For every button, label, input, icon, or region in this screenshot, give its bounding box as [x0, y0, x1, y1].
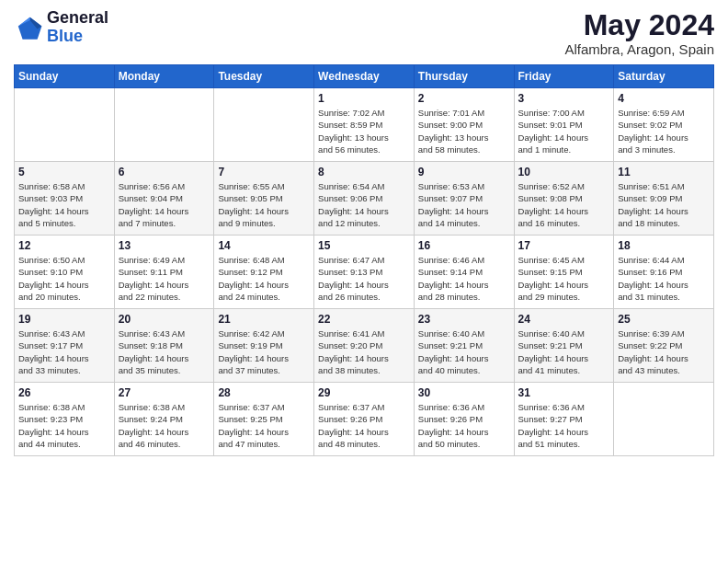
calendar-week: 12Sunrise: 6:50 AM Sunset: 9:10 PM Dayli… [15, 236, 714, 309]
day-number: 13 [119, 239, 210, 252]
day-number: 10 [518, 166, 610, 178]
logo-line1: General [47, 9, 108, 28]
calendar-cell: 26Sunrise: 6:38 AM Sunset: 9:23 PM Dayli… [15, 383, 115, 456]
day-number: 6 [119, 166, 210, 178]
day-info: Sunrise: 6:42 AM Sunset: 9:19 PM Dayligh… [218, 327, 310, 376]
weekday-header: Thursday [414, 65, 514, 88]
header-row: SundayMondayTuesdayWednesdayThursdayFrid… [15, 65, 714, 88]
day-info: Sunrise: 6:41 AM Sunset: 9:20 PM Dayligh… [318, 327, 410, 376]
calendar-cell: 2Sunrise: 7:01 AM Sunset: 9:00 PM Daylig… [414, 88, 514, 162]
calendar-cell: 24Sunrise: 6:40 AM Sunset: 9:21 PM Dayli… [514, 309, 614, 383]
day-info: Sunrise: 6:43 AM Sunset: 9:17 PM Dayligh… [18, 327, 110, 376]
day-number: 8 [318, 166, 410, 178]
calendar-cell: 1Sunrise: 7:02 AM Sunset: 8:59 PM Daylig… [314, 88, 415, 162]
weekday-header: Friday [514, 65, 614, 88]
day-info: Sunrise: 7:02 AM Sunset: 8:59 PM Dayligh… [318, 107, 410, 155]
calendar-cell: 22Sunrise: 6:41 AM Sunset: 9:20 PM Dayli… [314, 309, 415, 383]
weekday-header: Wednesday [314, 65, 415, 88]
day-info: Sunrise: 6:39 AM Sunset: 9:22 PM Dayligh… [618, 327, 710, 376]
calendar-cell: 27Sunrise: 6:38 AM Sunset: 9:24 PM Dayli… [114, 383, 214, 456]
day-info: Sunrise: 6:43 AM Sunset: 9:18 PM Dayligh… [119, 327, 210, 376]
calendar-table: SundayMondayTuesdayWednesdayThursdayFrid… [14, 64, 714, 456]
calendar-cell: 21Sunrise: 6:42 AM Sunset: 9:19 PM Dayli… [214, 309, 314, 383]
calendar-cell: 30Sunrise: 6:36 AM Sunset: 9:26 PM Dayli… [414, 383, 514, 456]
day-number: 18 [618, 239, 710, 252]
calendar-cell: 15Sunrise: 6:47 AM Sunset: 9:13 PM Dayli… [314, 236, 415, 309]
calendar-week: 19Sunrise: 6:43 AM Sunset: 9:17 PM Dayli… [15, 309, 714, 383]
day-info: Sunrise: 6:50 AM Sunset: 9:10 PM Dayligh… [18, 254, 110, 303]
calendar-cell: 14Sunrise: 6:48 AM Sunset: 9:12 PM Dayli… [214, 236, 314, 309]
day-number: 14 [218, 239, 310, 252]
day-number: 2 [418, 92, 510, 105]
day-number: 26 [18, 386, 110, 399]
calendar-week: 26Sunrise: 6:38 AM Sunset: 9:23 PM Dayli… [15, 383, 714, 456]
day-info: Sunrise: 7:01 AM Sunset: 9:00 PM Dayligh… [418, 107, 510, 155]
calendar-cell: 10Sunrise: 6:52 AM Sunset: 9:08 PM Dayli… [514, 162, 614, 236]
day-number: 29 [318, 386, 410, 399]
day-number: 17 [518, 239, 610, 252]
weekday-header: Saturday [614, 65, 714, 88]
day-info: Sunrise: 6:38 AM Sunset: 9:23 PM Dayligh… [18, 401, 110, 450]
day-number: 4 [618, 92, 710, 105]
day-info: Sunrise: 6:47 AM Sunset: 9:13 PM Dayligh… [318, 254, 410, 303]
day-info: Sunrise: 6:36 AM Sunset: 9:27 PM Dayligh… [518, 401, 610, 450]
day-number: 3 [518, 92, 610, 105]
day-number: 30 [418, 386, 510, 399]
weekday-header: Monday [114, 65, 214, 88]
day-info: Sunrise: 6:59 AM Sunset: 9:02 PM Dayligh… [618, 107, 710, 155]
day-info: Sunrise: 6:46 AM Sunset: 9:14 PM Dayligh… [418, 254, 510, 303]
day-info: Sunrise: 6:49 AM Sunset: 9:11 PM Dayligh… [119, 254, 210, 303]
day-number: 11 [618, 166, 710, 178]
calendar-cell: 3Sunrise: 7:00 AM Sunset: 9:01 PM Daylig… [514, 88, 614, 162]
weekday-header: Tuesday [214, 65, 314, 88]
day-info: Sunrise: 6:54 AM Sunset: 9:06 PM Dayligh… [318, 180, 410, 229]
day-info: Sunrise: 6:51 AM Sunset: 9:09 PM Dayligh… [618, 180, 710, 229]
day-info: Sunrise: 6:40 AM Sunset: 9:21 PM Dayligh… [518, 327, 610, 376]
calendar-cell: 8Sunrise: 6:54 AM Sunset: 9:06 PM Daylig… [314, 162, 415, 236]
calendar-cell: 17Sunrise: 6:45 AM Sunset: 9:15 PM Dayli… [514, 236, 614, 309]
calendar-cell: 6Sunrise: 6:56 AM Sunset: 9:04 PM Daylig… [114, 162, 214, 236]
calendar-cell: 11Sunrise: 6:51 AM Sunset: 9:09 PM Dayli… [614, 162, 714, 236]
day-number: 19 [18, 313, 110, 326]
day-number: 25 [618, 313, 710, 326]
calendar-cell: 12Sunrise: 6:50 AM Sunset: 9:10 PM Dayli… [15, 236, 115, 309]
calendar-cell: 20Sunrise: 6:43 AM Sunset: 9:18 PM Dayli… [114, 309, 214, 383]
day-number: 9 [418, 166, 510, 178]
day-number: 28 [218, 386, 310, 399]
title-block: May 2024 Alfambra, Aragon, Spain [564, 9, 714, 57]
calendar-cell: 31Sunrise: 6:36 AM Sunset: 9:27 PM Dayli… [514, 383, 614, 456]
calendar-week: 5Sunrise: 6:58 AM Sunset: 9:03 PM Daylig… [15, 162, 714, 236]
day-info: Sunrise: 6:53 AM Sunset: 9:07 PM Dayligh… [418, 180, 510, 229]
page: General Blue May 2024 Alfambra, Aragon, … [0, 0, 728, 563]
logo-line2: Blue [47, 28, 108, 46]
calendar-cell [114, 88, 214, 162]
calendar-cell: 23Sunrise: 6:40 AM Sunset: 9:21 PM Dayli… [414, 309, 514, 383]
month-title: May 2024 [564, 9, 714, 41]
day-info: Sunrise: 7:00 AM Sunset: 9:01 PM Dayligh… [518, 107, 610, 155]
header: General Blue May 2024 Alfambra, Aragon, … [14, 9, 714, 57]
calendar-cell: 13Sunrise: 6:49 AM Sunset: 9:11 PM Dayli… [114, 236, 214, 309]
calendar-cell: 16Sunrise: 6:46 AM Sunset: 9:14 PM Dayli… [414, 236, 514, 309]
calendar-cell: 29Sunrise: 6:37 AM Sunset: 9:26 PM Dayli… [314, 383, 415, 456]
logo-text: General Blue [47, 9, 108, 46]
day-number: 24 [518, 313, 610, 326]
day-info: Sunrise: 6:56 AM Sunset: 9:04 PM Dayligh… [119, 180, 210, 229]
day-info: Sunrise: 6:37 AM Sunset: 9:25 PM Dayligh… [218, 401, 310, 450]
day-number: 1 [318, 92, 410, 105]
day-info: Sunrise: 6:52 AM Sunset: 9:08 PM Dayligh… [518, 180, 610, 229]
calendar-cell: 28Sunrise: 6:37 AM Sunset: 9:25 PM Dayli… [214, 383, 314, 456]
day-number: 16 [418, 239, 510, 252]
day-info: Sunrise: 6:44 AM Sunset: 9:16 PM Dayligh… [618, 254, 710, 303]
logo: General Blue [14, 9, 108, 46]
day-number: 20 [119, 313, 210, 326]
day-number: 21 [218, 313, 310, 326]
day-number: 27 [119, 386, 210, 399]
calendar-cell: 4Sunrise: 6:59 AM Sunset: 9:02 PM Daylig… [614, 88, 714, 162]
day-number: 22 [318, 313, 410, 326]
day-number: 12 [18, 239, 110, 252]
weekday-header: Sunday [15, 65, 115, 88]
calendar-cell [15, 88, 115, 162]
calendar-cell: 18Sunrise: 6:44 AM Sunset: 9:16 PM Dayli… [614, 236, 714, 309]
calendar-cell [614, 383, 714, 456]
day-info: Sunrise: 6:40 AM Sunset: 9:21 PM Dayligh… [418, 327, 510, 376]
